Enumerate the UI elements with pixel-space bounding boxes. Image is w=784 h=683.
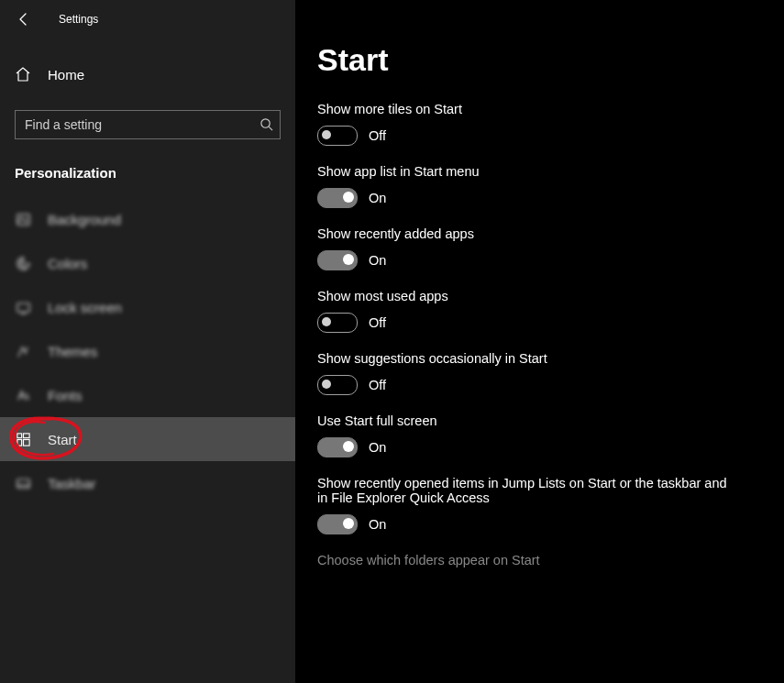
toggle-row: Off: [317, 126, 762, 146]
themes-icon: [15, 344, 31, 359]
sidebar-item-label: Taskbar: [48, 476, 96, 491]
titlebar: Settings: [0, 0, 295, 39]
sidebar: Settings Home Personalization Background…: [0, 0, 295, 683]
svg-rect-6: [17, 433, 21, 437]
toggle-switch[interactable]: [317, 514, 358, 534]
toggle-state-text: On: [369, 253, 386, 268]
toggle-knob: [343, 192, 354, 203]
section-header: Personalization: [0, 139, 295, 197]
toggle-switch[interactable]: [317, 250, 358, 270]
window-title: Settings: [59, 13, 98, 26]
svg-point-2: [19, 260, 21, 262]
search-input[interactable]: [15, 110, 281, 139]
toggle-row: Off: [317, 375, 762, 395]
page-title: Start: [317, 42, 762, 78]
toggle-knob: [343, 254, 354, 265]
lock-screen-icon: [15, 300, 31, 315]
sidebar-item-background[interactable]: Background: [0, 197, 295, 241]
sidebar-item-themes[interactable]: Themes: [0, 329, 295, 373]
setting-label: Show app list in Start menu: [317, 164, 762, 179]
toggle-state-text: Off: [369, 128, 386, 143]
toggle-knob: [322, 380, 331, 389]
svg-rect-7: [23, 433, 29, 437]
colors-icon: [15, 256, 31, 271]
start-icon: [15, 432, 31, 447]
sidebar-item-label: Background: [48, 212, 121, 227]
home-icon: [15, 66, 31, 83]
svg-point-4: [23, 266, 25, 268]
nav-list: BackgroundColorsLock screenThemesFontsSt…: [0, 197, 295, 505]
toggle-switch[interactable]: [317, 313, 358, 333]
sidebar-item-label: Themes: [48, 344, 97, 359]
sidebar-item-label: Fonts: [48, 388, 83, 403]
search-icon[interactable]: [259, 117, 273, 131]
toggle-state-text: On: [369, 517, 386, 532]
setting-label: Show suggestions occasionally in Start: [317, 351, 762, 366]
settings-app: Settings Home Personalization Background…: [0, 0, 784, 683]
svg-rect-8: [17, 439, 21, 446]
fonts-icon: [15, 388, 31, 403]
setting-label: Show recently added apps: [317, 226, 762, 241]
svg-rect-5: [17, 303, 28, 311]
setting-label: Use Start full screen: [317, 413, 762, 428]
setting-row: Show suggestions occasionally in StartOf…: [317, 351, 762, 395]
toggle-switch[interactable]: [317, 375, 358, 395]
toggle-row: On: [317, 514, 762, 534]
setting-row: Show most used appsOff: [317, 289, 762, 333]
svg-rect-10: [17, 479, 28, 487]
home-nav[interactable]: Home: [0, 55, 295, 94]
setting-row: Show recently added appsOn: [317, 226, 762, 270]
toggle-row: On: [317, 188, 762, 208]
search-container: [15, 110, 281, 139]
toggle-knob: [343, 518, 354, 529]
svg-point-3: [19, 264, 21, 266]
toggle-knob: [343, 441, 354, 452]
setting-row: Show recently opened items in Jump Lists…: [317, 476, 762, 534]
back-arrow-icon[interactable]: [17, 12, 31, 27]
content-pane: Start Show more tiles on StartOffShow ap…: [295, 0, 784, 683]
sidebar-item-lock-screen[interactable]: Lock screen: [0, 285, 295, 329]
setting-row: Show app list in Start menuOn: [317, 164, 762, 208]
setting-label: Show recently opened items in Jump Lists…: [317, 476, 730, 505]
toggle-knob: [322, 317, 331, 326]
toggle-row: Off: [317, 313, 762, 333]
background-icon: [15, 212, 31, 227]
sidebar-item-fonts[interactable]: Fonts: [0, 373, 295, 417]
toggle-row: On: [317, 437, 762, 457]
setting-row: Show more tiles on StartOff: [317, 102, 762, 146]
toggle-switch[interactable]: [317, 188, 358, 208]
toggle-state-text: Off: [369, 315, 386, 330]
sidebar-item-label: Start: [48, 432, 77, 447]
toggle-switch[interactable]: [317, 126, 358, 146]
toggle-switch[interactable]: [317, 437, 358, 457]
toggle-state-text: On: [369, 440, 386, 455]
toggle-state-text: Off: [369, 378, 386, 392]
sidebar-item-taskbar[interactable]: Taskbar: [0, 461, 295, 505]
home-label: Home: [48, 67, 84, 83]
sidebar-item-colors[interactable]: Colors: [0, 241, 295, 285]
sidebar-item-label: Lock screen: [48, 300, 122, 315]
toggle-state-text: On: [369, 191, 386, 205]
svg-rect-9: [23, 439, 29, 446]
settings-list: Show more tiles on StartOffShow app list…: [317, 102, 762, 534]
setting-label: Show most used apps: [317, 289, 762, 303]
svg-point-0: [261, 119, 270, 127]
sidebar-item-start[interactable]: Start: [0, 417, 295, 461]
folders-link[interactable]: Choose which folders appear on Start: [317, 553, 762, 567]
setting-row: Use Start full screenOn: [317, 413, 762, 457]
taskbar-icon: [15, 476, 31, 491]
toggle-knob: [322, 130, 331, 139]
setting-label: Show more tiles on Start: [317, 102, 762, 116]
sidebar-item-label: Colors: [48, 256, 87, 271]
toggle-row: On: [317, 250, 762, 270]
